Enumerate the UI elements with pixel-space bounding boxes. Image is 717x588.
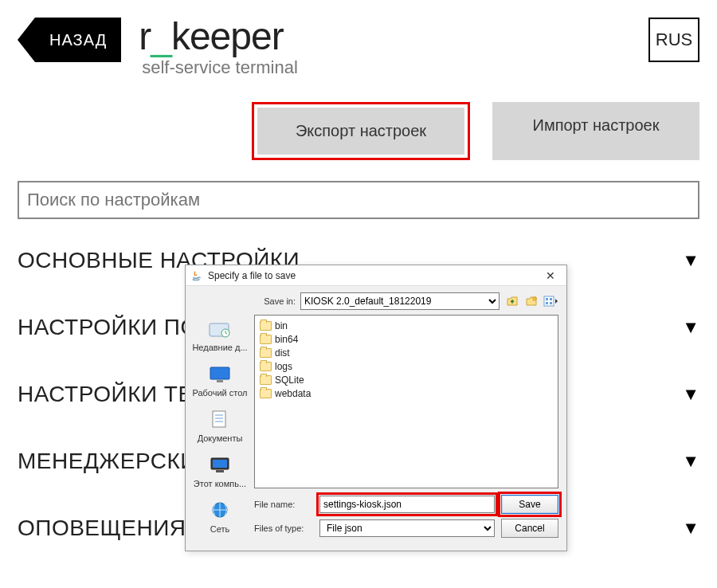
dialog-title: Specify a file to save xyxy=(208,270,539,281)
svg-rect-10 xyxy=(544,296,554,306)
svg-rect-13 xyxy=(546,302,548,304)
cancel-button[interactable]: Cancel xyxy=(501,519,558,538)
chevron-down-icon: ▼ xyxy=(682,518,699,539)
section-title: МЕНЕДЖЕРСКИЕ xyxy=(18,449,212,474)
section-title: НАСТРОЙКИ ПОД xyxy=(18,315,214,340)
new-folder-icon[interactable] xyxy=(523,293,539,309)
sidebar-item-label: Недавние д... xyxy=(192,343,247,352)
save-button[interactable]: Save xyxy=(501,495,558,514)
sidebar-recent[interactable]: Недавние д... xyxy=(192,318,248,352)
file-list-area[interactable]: bin bin64 dist logs SQLite webdata xyxy=(254,315,558,488)
java-icon xyxy=(190,269,203,282)
folder-icon xyxy=(260,348,272,358)
svg-rect-12 xyxy=(550,298,552,300)
up-folder-icon[interactable] xyxy=(504,293,520,309)
folder-icon xyxy=(260,375,272,385)
svg-rect-7 xyxy=(213,460,227,468)
save-file-dialog: Specify a file to save ✕ Недавние д... Р… xyxy=(185,265,567,551)
svg-rect-5 xyxy=(213,411,225,427)
language-button[interactable]: RUS xyxy=(648,18,699,62)
computer-icon xyxy=(207,454,233,476)
export-label: Экспорт настроек xyxy=(296,122,426,139)
folder-name: bin64 xyxy=(275,334,298,345)
chevron-down-icon: ▼ xyxy=(682,317,699,338)
cancel-button-label: Cancel xyxy=(515,523,544,534)
sidebar-documents[interactable]: Документы xyxy=(192,409,248,443)
svg-rect-14 xyxy=(550,302,552,304)
svg-rect-4 xyxy=(217,380,223,382)
sidebar-desktop[interactable]: Рабочий стол xyxy=(192,363,248,398)
language-label: RUS xyxy=(656,29,692,50)
folder-name: logs xyxy=(275,361,292,372)
logo-subtitle: self-service terminal xyxy=(142,57,298,78)
svg-rect-3 xyxy=(210,367,229,379)
section-title: НАСТРОЙКИ ТЕМ xyxy=(18,382,212,407)
folder-icon xyxy=(260,321,272,331)
folder-item[interactable]: logs xyxy=(260,359,553,373)
section-title: ОПОВЕЩЕНИЯ xyxy=(18,515,186,541)
chevron-down-icon: ▼ xyxy=(682,384,699,405)
back-button[interactable]: НАЗАД xyxy=(18,18,121,62)
save-in-dropdown[interactable]: KIOSK 2.0_default_18122019 xyxy=(300,292,500,310)
folder-icon xyxy=(260,362,272,371)
folder-name: SQLite xyxy=(275,374,304,386)
back-arrow-icon xyxy=(18,18,35,62)
folder-item[interactable]: bin xyxy=(260,319,553,332)
sidebar-this-pc[interactable]: Этот компь... xyxy=(192,454,248,488)
sidebar-network[interactable]: Сеть xyxy=(192,500,248,534)
search-input[interactable] xyxy=(18,181,699,219)
logo-prefix: r xyxy=(139,15,151,57)
sidebar-item-label: Этот компь... xyxy=(194,479,246,488)
export-settings-button[interactable]: Экспорт настроек xyxy=(257,108,464,155)
folder-item[interactable]: bin64 xyxy=(260,332,553,346)
chevron-down-icon: ▼ xyxy=(682,451,699,472)
chevron-down-icon: ▼ xyxy=(682,250,699,271)
documents-icon xyxy=(207,409,233,431)
sidebar-item-label: Документы xyxy=(198,433,243,443)
dialog-titlebar[interactable]: Specify a file to save ✕ xyxy=(186,265,566,286)
folder-item[interactable]: SQLite xyxy=(260,373,553,386)
svg-rect-11 xyxy=(546,298,548,300)
save-in-label: Save in: xyxy=(254,296,296,306)
import-label: Импорт настроек xyxy=(533,116,660,134)
network-icon xyxy=(207,500,233,522)
desktop-icon xyxy=(207,363,233,386)
folder-icon xyxy=(260,389,272,398)
filename-label: File name: xyxy=(254,500,313,509)
export-button-wrapper: Экспорт настроек xyxy=(252,102,470,160)
folder-name: webdata xyxy=(275,388,311,399)
filetype-dropdown[interactable]: File json xyxy=(319,519,495,537)
svg-point-0 xyxy=(193,278,200,280)
folder-item[interactable]: dist xyxy=(260,346,553,359)
sidebar-item-label: Рабочий стол xyxy=(192,388,247,398)
sidebar-item-label: Сеть xyxy=(210,524,229,534)
logo-underscore: _ xyxy=(151,15,171,57)
logo-suffix: keeper xyxy=(171,15,284,57)
folder-icon xyxy=(260,335,272,344)
close-icon[interactable]: ✕ xyxy=(539,268,562,284)
filename-input[interactable] xyxy=(319,496,495,513)
filetype-label: Files of type: xyxy=(254,523,313,533)
folder-name: dist xyxy=(275,347,290,359)
folder-item[interactable]: webdata xyxy=(260,386,553,400)
folder-name: bin xyxy=(275,320,288,331)
save-button-label: Save xyxy=(519,499,540,510)
recent-icon xyxy=(207,318,233,340)
svg-rect-8 xyxy=(216,470,224,472)
import-settings-button[interactable]: Импорт настроек xyxy=(492,102,699,160)
app-logo: r_keeper self-service terminal xyxy=(139,18,298,78)
back-button-label: НАЗАД xyxy=(35,18,121,62)
view-mode-icon[interactable] xyxy=(543,293,558,309)
